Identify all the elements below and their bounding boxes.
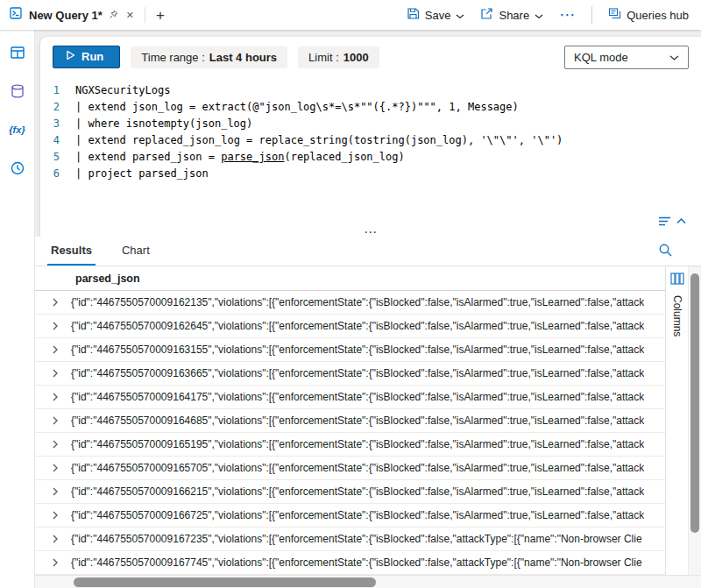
pin-icon[interactable]	[109, 7, 118, 23]
editor-line[interactable]: 4| extend replaced_json_log = replace_st…	[40, 132, 701, 149]
horizontal-scrollbar-thumb[interactable]	[74, 577, 376, 587]
tables-icon[interactable]	[7, 42, 28, 63]
results-tab-bar: Results Chart	[35, 237, 701, 266]
table-row[interactable]: {"id":"4467550570009165195","violations"…	[35, 433, 665, 457]
code-text: | extend json_log = extract(@"json_log\s…	[75, 99, 519, 116]
row-json-cell: {"id":"4467550570009166725","violations"…	[71, 509, 644, 521]
row-json-cell: {"id":"4467550570009164175","violations"…	[71, 391, 644, 403]
table-row[interactable]: {"id":"4467550570009165705","violations"…	[35, 457, 665, 480]
grid-inner: parsed_json {"id":"4467550570009162135",…	[35, 266, 665, 575]
editor-footer: ⋯	[40, 212, 701, 237]
table-row[interactable]: {"id":"4467550570009166215","violations"…	[35, 480, 665, 504]
row-json-cell: {"id":"4467550570009165195","violations"…	[71, 438, 644, 450]
column-header-parsed-json[interactable]: parsed_json	[35, 266, 665, 291]
table-row[interactable]: {"id":"4467550570009162645","violations"…	[35, 315, 665, 338]
run-label: Run	[81, 50, 103, 63]
line-number: 5	[40, 149, 75, 166]
collapse-results-icon[interactable]	[657, 215, 687, 230]
share-label: Share	[499, 9, 529, 22]
functions-icon[interactable]: {fx}	[7, 119, 28, 140]
top-bar: New Query 1* ✕ + Save	[0, 0, 701, 30]
play-icon	[66, 50, 75, 63]
table-row[interactable]: {"id":"4467550570009164685","violations"…	[35, 409, 665, 433]
tab-new-query[interactable]: New Query 1* ✕	[0, 0, 145, 30]
table-row[interactable]: {"id":"4467550570009162135","violations"…	[35, 291, 665, 315]
expand-row-icon[interactable]	[46, 298, 65, 307]
topbar-actions: Save Share ⋯	[407, 6, 701, 24]
expand-row-icon[interactable]	[46, 369, 65, 378]
time-range-label: Time range :	[141, 51, 205, 64]
expand-row-icon[interactable]	[46, 535, 65, 543]
expand-row-icon[interactable]	[46, 416, 65, 425]
queries-hub-icon	[608, 7, 621, 23]
row-json-cell: {"id":"4467550570009162135","violations"…	[71, 296, 644, 308]
save-icon	[407, 7, 420, 23]
expand-row-icon[interactable]	[46, 464, 65, 472]
editor-line[interactable]: 3| where isnotempty(json_log)	[40, 116, 701, 132]
table-row[interactable]: {"id":"4467550570009163155","violations"…	[35, 338, 665, 362]
query-tab-icon	[9, 6, 23, 24]
search-icon	[658, 247, 673, 260]
line-number: 2	[40, 99, 75, 116]
query-toolbar: Run Time range : Last 4 hours Limit : 10…	[40, 37, 701, 77]
code-text: NGXSecurityLogs	[75, 82, 170, 99]
tab-strip: New Query 1* ✕ +	[0, 0, 175, 30]
tab-results[interactable]: Results	[47, 237, 96, 266]
line-number: 1	[40, 82, 75, 99]
expand-row-icon[interactable]	[46, 393, 65, 401]
table-row[interactable]: {"id":"4467550570009163665","violations"…	[35, 362, 665, 386]
code-editor[interactable]: 1NGXSecurityLogs2| extend json_log = ext…	[40, 77, 701, 212]
columns-label: Columns	[671, 295, 683, 337]
workspace: {fx} Run Time range : Las	[0, 30, 701, 588]
vertical-scrollbar[interactable]	[688, 266, 701, 575]
tab-title: New Query 1*	[29, 9, 103, 22]
database-icon[interactable]	[7, 81, 28, 102]
results-grid: parsed_json {"id":"4467550570009162135",…	[35, 266, 701, 575]
columns-side-panel-toggle[interactable]: Columns	[665, 266, 688, 575]
kql-mode-value: KQL mode	[574, 51, 628, 64]
horizontal-scrollbar[interactable]	[35, 575, 701, 588]
expand-row-icon[interactable]	[46, 558, 65, 567]
tab-chart[interactable]: Chart	[118, 237, 153, 266]
editor-line[interactable]: 5| extend parsed_json = parse_json(repla…	[40, 149, 701, 166]
queries-hub-button[interactable]: Queries hub	[608, 7, 689, 23]
queries-hub-label: Queries hub	[627, 9, 689, 22]
time-range-picker[interactable]: Time range : Last 4 hours	[131, 46, 287, 68]
save-chevron-down-icon	[456, 9, 464, 22]
limit-picker[interactable]: Limit : 1000	[298, 46, 379, 68]
expand-row-icon[interactable]	[46, 322, 65, 330]
editor-line[interactable]: 1NGXSecurityLogs	[40, 82, 701, 99]
row-json-cell: {"id":"4467550570009163155","violations"…	[71, 344, 644, 356]
table-row[interactable]: {"id":"4467550570009166725","violations"…	[35, 504, 665, 528]
ellipsis-icon: ⋯	[559, 11, 576, 20]
add-tab-button[interactable]: +	[145, 8, 175, 23]
search-results-button[interactable]	[658, 243, 673, 260]
expand-row-icon[interactable]	[46, 345, 65, 354]
save-button[interactable]: Save	[407, 7, 465, 23]
share-button[interactable]: Share	[480, 7, 543, 23]
expand-row-icon[interactable]	[46, 440, 65, 449]
row-json-cell: {"id":"4467550570009167235","violations"…	[71, 533, 642, 545]
table-row[interactable]: {"id":"4467550570009167235","violations"…	[35, 528, 665, 551]
run-button[interactable]: Run	[53, 46, 120, 68]
query-editor-card: Run Time range : Last 4 hours Limit : 10…	[40, 37, 701, 237]
table-row[interactable]: {"id":"4467550570009167745","violations"…	[35, 551, 665, 575]
time-range-value: Last 4 hours	[209, 51, 277, 64]
kql-mode-dropdown[interactable]: KQL mode	[564, 46, 689, 69]
table-row[interactable]: {"id":"4467550570009164175","violations"…	[35, 386, 665, 409]
share-chevron-down-icon	[535, 9, 543, 22]
more-options-button[interactable]: ⋯	[559, 11, 576, 20]
editor-line[interactable]: 6| project parsed_json	[40, 166, 701, 182]
results-body: {"id":"4467550570009162135","violations"…	[35, 291, 665, 575]
expand-row-icon[interactable]	[46, 511, 65, 520]
code-text: | where isnotempty(json_log)	[75, 116, 252, 132]
row-json-cell: {"id":"4467550570009165705","violations"…	[71, 462, 644, 474]
close-tab-icon[interactable]: ✕	[126, 10, 134, 21]
editor-line[interactable]: 2| extend json_log = extract(@"json_log\…	[40, 99, 701, 116]
app-window: New Query 1* ✕ + Save	[0, 0, 701, 588]
row-json-cell: {"id":"4467550570009163665","violations"…	[71, 367, 644, 379]
expand-row-icon[interactable]	[46, 487, 65, 496]
topbar-divider	[591, 6, 592, 24]
vertical-scrollbar-thumb[interactable]	[690, 273, 699, 533]
history-icon[interactable]	[7, 158, 28, 179]
